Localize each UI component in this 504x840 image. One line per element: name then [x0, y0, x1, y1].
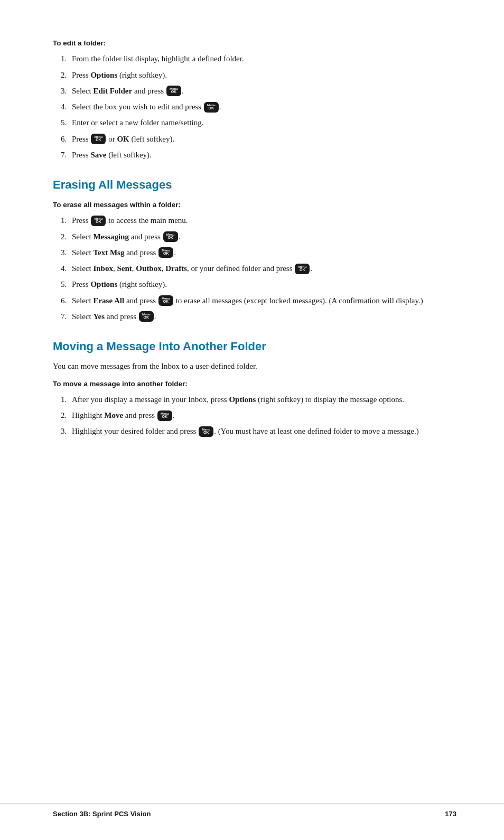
moving-heading: Moving a Message Into Another Folder [53, 338, 456, 355]
erase-step-5: Press Options (right softkey). [69, 278, 456, 291]
erasing-heading: Erasing All Messages [53, 176, 456, 193]
moving-steps: After you display a message in your Inbo… [69, 394, 456, 438]
edit-step-3: Select Edit Folder and press . [69, 85, 456, 97]
erasing-steps: Press to access the main menu. Select Me… [69, 214, 456, 323]
move-step-3: Highlight your desired folder and press … [69, 425, 456, 437]
menu-ok-icon-6 [158, 247, 173, 258]
erase-step-6: Select Erase All and press to erase all … [69, 295, 456, 307]
erase-step-1: Press to access the main menu. [69, 214, 456, 227]
menu-ok-icon-7 [295, 264, 310, 274]
menu-ok-icon-9 [139, 311, 154, 322]
menu-ok-icon-2 [204, 102, 219, 113]
edit-step-5: Enter or select a new folder name/settin… [69, 117, 456, 129]
menu-ok-icon-1 [166, 86, 181, 96]
edit-folder-subheading: To edit a folder: [53, 38, 456, 49]
menu-ok-icon-11 [199, 426, 213, 437]
erasing-subheading: To erase all messages within a folder: [53, 200, 456, 210]
moving-subheading: To move a message into another folder: [53, 379, 456, 389]
move-step-2: Highlight Move and press . [69, 409, 456, 422]
menu-ok-icon-3 [91, 134, 106, 144]
edit-step-7: Press Save (left softkey). [69, 149, 456, 161]
menu-ok-icon-10 [157, 410, 172, 421]
moving-intro: You can move messages from the Inbox to … [53, 360, 456, 372]
menu-ok-icon-5 [163, 231, 178, 242]
footer-section-label: Section 3B: Sprint PCS Vision [53, 809, 151, 819]
menu-ok-icon-8 [158, 295, 173, 306]
edit-step-4: Select the box you wish to edit and pres… [69, 101, 456, 113]
erase-step-7: Select Yes and press . [69, 311, 456, 323]
erase-step-3: Select Text Msg and press . [69, 247, 456, 259]
menu-ok-icon-4 [91, 216, 106, 226]
edit-step-6: Press or OK (left softkey). [69, 133, 456, 145]
move-step-1: After you display a message in your Inbo… [69, 394, 456, 406]
footer-page-number: 173 [445, 809, 456, 819]
edit-step-2: Press Options (right softkey). [69, 69, 456, 81]
edit-step-1: From the folder list display, highlight … [69, 53, 456, 65]
erase-step-4: Select Inbox, Sent, Outbox, Drafts, or y… [69, 263, 456, 275]
erase-step-2: Select Messaging and press . [69, 231, 456, 243]
edit-folder-steps: From the folder list display, highlight … [69, 53, 456, 161]
page-footer: Section 3B: Sprint PCS Vision 173 [0, 803, 504, 819]
